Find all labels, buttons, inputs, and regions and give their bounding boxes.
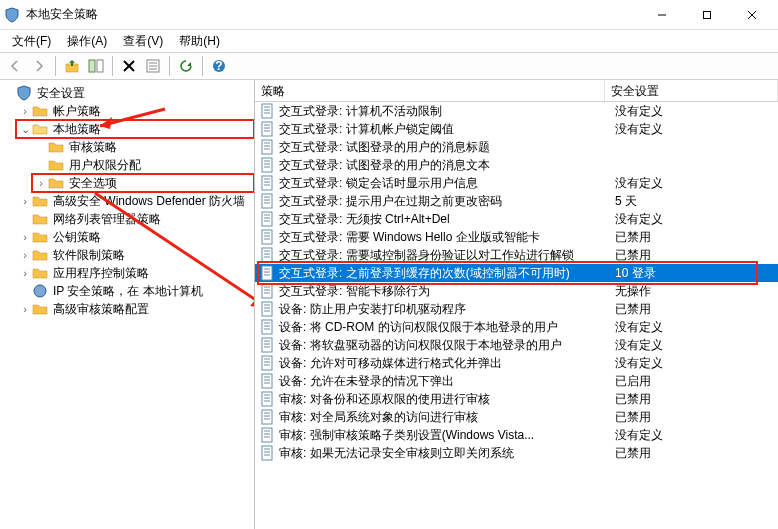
policy-icon (259, 409, 275, 425)
up-button[interactable] (61, 55, 83, 77)
tree-label: 安全设置 (35, 85, 87, 102)
policy-setting: 没有定义 (609, 319, 778, 336)
tree-appctrl[interactable]: › 应用程序控制策略 (16, 264, 254, 282)
back-button[interactable] (4, 55, 26, 77)
chevron-right-icon[interactable]: › (18, 105, 32, 117)
shield-icon (32, 283, 48, 299)
folder-icon (32, 247, 48, 263)
policy-row[interactable]: 交互式登录: 计算机不活动限制没有定义 (255, 102, 778, 120)
show-hide-tree-button[interactable] (85, 55, 107, 77)
policy-name: 交互式登录: 之前登录到缓存的次数(域控制器不可用时) (279, 265, 609, 282)
chevron-right-icon[interactable]: › (34, 177, 48, 189)
policy-icon (259, 103, 275, 119)
tree-softrest[interactable]: › 软件限制策略 (16, 246, 254, 264)
tree-audit-policy[interactable]: 审核策略 (32, 138, 254, 156)
policy-icon (259, 301, 275, 317)
policy-row[interactable]: 交互式登录: 试图登录的用户的消息文本 (255, 156, 778, 174)
policy-name: 交互式登录: 需要域控制器身份验证以对工作站进行解锁 (279, 247, 609, 264)
policy-row[interactable]: 审核: 对备份和还原权限的使用进行审核已禁用 (255, 390, 778, 408)
tree-security-options[interactable]: › 安全选项 (32, 174, 254, 192)
svg-rect-74 (262, 356, 272, 370)
policy-row[interactable]: 交互式登录: 计算机帐户锁定阈值没有定义 (255, 120, 778, 138)
policy-setting: 已禁用 (609, 445, 778, 462)
chevron-right-icon[interactable]: › (18, 267, 32, 279)
policy-row[interactable]: 交互式登录: 之前登录到缓存的次数(域控制器不可用时)10 登录 (255, 264, 778, 282)
policy-setting: 没有定义 (609, 175, 778, 192)
tree-local-policies[interactable]: ⌄ 本地策略 (16, 120, 254, 138)
folder-icon (32, 211, 48, 227)
policy-row[interactable]: 设备: 允许在未登录的情况下弹出已启用 (255, 372, 778, 390)
svg-rect-26 (262, 140, 272, 154)
tree-netlist[interactable]: 网络列表管理器策略 (16, 210, 254, 228)
menu-help[interactable]: 帮助(H) (171, 31, 228, 52)
policy-icon (259, 211, 275, 227)
policy-icon (259, 175, 275, 191)
policy-icon (259, 337, 275, 353)
svg-rect-38 (262, 194, 272, 208)
chevron-right-icon[interactable]: › (18, 195, 32, 207)
minimize-button[interactable] (639, 0, 684, 29)
svg-rect-58 (262, 284, 272, 298)
svg-rect-42 (262, 212, 272, 226)
policy-setting: 10 登录 (609, 265, 778, 282)
properties-button[interactable] (142, 55, 164, 77)
policy-row[interactable]: 设备: 允许对可移动媒体进行格式化并弹出没有定义 (255, 354, 778, 372)
folder-icon (32, 193, 48, 209)
list-body[interactable]: 交互式登录: 计算机不活动限制没有定义交互式登录: 计算机帐户锁定阈值没有定义交… (255, 102, 778, 529)
policy-row[interactable]: 交互式登录: 无须按 Ctrl+Alt+Del没有定义 (255, 210, 778, 228)
forward-button[interactable] (28, 55, 50, 77)
policy-name: 审核: 如果无法记录安全审核则立即关闭系统 (279, 445, 609, 462)
chevron-right-icon[interactable]: › (18, 231, 32, 243)
policy-row[interactable]: 交互式登录: 锁定会话时显示用户信息没有定义 (255, 174, 778, 192)
close-button[interactable] (729, 0, 774, 29)
policy-name: 交互式登录: 计算机帐户锁定阈值 (279, 121, 609, 138)
policy-row[interactable]: 审核: 如果无法记录安全审核则立即关闭系统已禁用 (255, 444, 778, 462)
chevron-down-icon[interactable]: ⌄ (18, 123, 32, 136)
policy-icon (259, 229, 275, 245)
policy-row[interactable]: 设备: 防止用户安装打印机驱动程序已禁用 (255, 300, 778, 318)
policy-setting: 已禁用 (609, 409, 778, 426)
policy-name: 交互式登录: 需要 Windows Hello 企业版或智能卡 (279, 229, 609, 246)
tree-root[interactable]: 安全设置 (0, 84, 254, 102)
svg-rect-18 (262, 104, 272, 118)
refresh-button[interactable] (175, 55, 197, 77)
svg-rect-94 (262, 446, 272, 460)
app-icon (4, 7, 20, 23)
chevron-right-icon[interactable]: › (18, 303, 32, 315)
policy-row[interactable]: 交互式登录: 智能卡移除行为无操作 (255, 282, 778, 300)
svg-rect-6 (97, 60, 103, 72)
menu-file[interactable]: 文件(F) (4, 31, 59, 52)
column-policy[interactable]: 策略 (255, 80, 605, 101)
maximize-button[interactable] (684, 0, 729, 29)
tree-user-rights[interactable]: 用户权限分配 (32, 156, 254, 174)
list-pane: 策略 安全设置 交互式登录: 计算机不活动限制没有定义交互式登录: 计算机帐户锁… (255, 80, 778, 529)
chevron-right-icon[interactable]: › (18, 249, 32, 261)
menu-view[interactable]: 查看(V) (115, 31, 171, 52)
policy-icon (259, 265, 275, 281)
tree-pubkey[interactable]: › 公钥策略 (16, 228, 254, 246)
titlebar: 本地安全策略 (0, 0, 778, 30)
policy-row[interactable]: 交互式登录: 提示用户在过期之前更改密码5 天 (255, 192, 778, 210)
policy-row[interactable]: 交互式登录: 需要 Windows Hello 企业版或智能卡已禁用 (255, 228, 778, 246)
policy-row[interactable]: 交互式登录: 试图登录的用户的消息标题 (255, 138, 778, 156)
tree-advaudit[interactable]: › 高级审核策略配置 (16, 300, 254, 318)
policy-row[interactable]: 交互式登录: 需要域控制器身份验证以对工作站进行解锁已禁用 (255, 246, 778, 264)
menu-action[interactable]: 操作(A) (59, 31, 115, 52)
svg-point-15 (34, 285, 46, 297)
policy-setting: 无操作 (609, 283, 778, 300)
policy-name: 交互式登录: 锁定会话时显示用户信息 (279, 175, 609, 192)
tree-ipsec[interactable]: IP 安全策略，在 本地计算机 (16, 282, 254, 300)
policy-row[interactable]: 设备: 将 CD-ROM 的访问权限仅限于本地登录的用户没有定义 (255, 318, 778, 336)
policy-icon (259, 247, 275, 263)
policy-row[interactable]: 审核: 强制审核策略子类别设置(Windows Vista...没有定义 (255, 426, 778, 444)
folder-icon (48, 139, 64, 155)
tree-account-policies[interactable]: › 帐户策略 (16, 102, 254, 120)
policy-row[interactable]: 审核: 对全局系统对象的访问进行审核已禁用 (255, 408, 778, 426)
tree-defender[interactable]: › 高级安全 Windows Defender 防火墙 (16, 192, 254, 210)
policy-icon (259, 139, 275, 155)
policy-row[interactable]: 设备: 将软盘驱动器的访问权限仅限于本地登录的用户没有定义 (255, 336, 778, 354)
help-button[interactable]: ? (208, 55, 230, 77)
svg-rect-1 (703, 11, 710, 18)
delete-button[interactable] (118, 55, 140, 77)
column-setting[interactable]: 安全设置 (605, 80, 778, 101)
